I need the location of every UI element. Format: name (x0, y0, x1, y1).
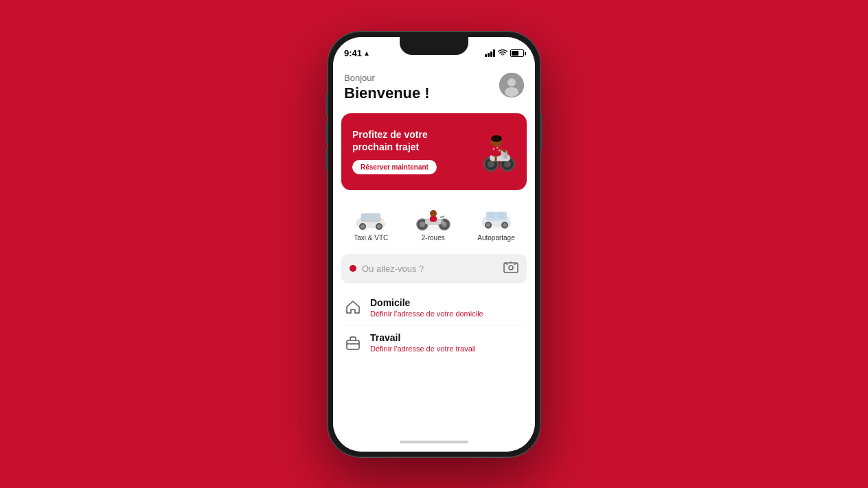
promo-illustration (461, 124, 516, 179)
work-icon (344, 334, 362, 351)
phone-device: 9:41 ▲ (328, 32, 540, 457)
svg-point-17 (493, 148, 495, 150)
carshare-icon-box (479, 204, 514, 231)
service-moto[interactable]: 2-roues (415, 204, 451, 242)
battery-icon (510, 49, 524, 57)
svg-point-2 (505, 87, 518, 97)
location-home[interactable]: Domicile Définir l'adresse de votre domi… (333, 290, 535, 325)
promo-text-block: Profitez de votre prochain trajet Réserv… (352, 128, 461, 174)
svg-rect-44 (497, 213, 505, 218)
app-content: Bonjour Bienvenue ! Profitez de v (333, 65, 535, 432)
phone-screen: 9:41 ▲ (333, 37, 535, 452)
status-bar: 9:41 ▲ (333, 37, 535, 65)
svg-point-1 (507, 78, 516, 86)
avatar[interactable] (499, 73, 524, 97)
home-name: Domicile (370, 297, 483, 308)
location-arrow-icon: ▲ (363, 49, 370, 57)
reserve-button[interactable]: Réserver maintenant (352, 160, 437, 174)
svg-point-26 (361, 224, 365, 229)
home-icon (344, 299, 362, 316)
search-section: Où allez-vous ? (333, 250, 535, 288)
search-bar[interactable]: Où allez-vous ? (341, 254, 527, 283)
home-sub: Définir l'adresse de votre domicile (370, 310, 483, 318)
promo-card: Profitez de votre prochain trajet Réserv… (341, 113, 527, 190)
header-text: Bonjour Bienvenue ! (344, 73, 430, 102)
svg-point-32 (420, 222, 425, 227)
promo-title: Profitez de votre prochain trajet (352, 128, 461, 153)
svg-point-18 (496, 146, 499, 148)
greeting-text: Bonjour (344, 73, 430, 83)
notch (400, 37, 468, 55)
svg-point-5 (488, 161, 494, 167)
background: 9:41 ▲ (0, 0, 868, 488)
search-placeholder: Où allez-vous ? (362, 264, 498, 274)
wifi-icon (498, 49, 507, 58)
svg-rect-29 (383, 220, 386, 222)
svg-rect-23 (363, 214, 369, 220)
svg-point-51 (509, 266, 513, 270)
location-work[interactable]: Travail Définir l'adresse de votre trava… (333, 325, 535, 360)
service-taxi-label: Taxi & VTC (354, 234, 388, 242)
location-items: Domicile Définir l'adresse de votre domi… (333, 288, 535, 362)
svg-rect-53 (347, 340, 359, 349)
svg-point-48 (503, 223, 507, 227)
svg-point-46 (486, 223, 490, 227)
home-info: Domicile Définir l'adresse de votre domi… (370, 297, 483, 318)
service-moto-label: 2-roues (422, 234, 445, 242)
map-icon (503, 261, 518, 277)
work-info: Travail Définir l'adresse de votre trava… (370, 332, 476, 353)
svg-point-28 (377, 224, 381, 229)
status-icons (485, 49, 524, 58)
signal-icon (485, 49, 495, 57)
moto-icon-box (415, 204, 451, 231)
svg-point-36 (430, 210, 437, 217)
svg-rect-37 (430, 216, 437, 222)
svg-line-38 (440, 216, 444, 218)
status-time: 9:41 ▲ (344, 48, 370, 58)
search-dot-icon (350, 265, 356, 272)
svg-rect-50 (504, 263, 518, 272)
home-bar (400, 441, 468, 443)
svg-rect-43 (488, 213, 495, 218)
work-sub: Définir l'adresse de votre travail (370, 345, 476, 353)
service-autopartage[interactable]: Autopartage (477, 204, 515, 242)
svg-rect-49 (509, 219, 511, 221)
home-indicator (333, 432, 535, 452)
welcome-text: Bienvenue ! (344, 84, 430, 102)
taxi-icon-box (353, 204, 389, 231)
svg-rect-24 (372, 214, 378, 220)
svg-point-7 (504, 161, 511, 167)
app-header: Bonjour Bienvenue ! (333, 65, 535, 108)
svg-point-12 (491, 135, 502, 142)
svg-point-19 (499, 149, 501, 151)
services-row: Taxi & VTC (333, 196, 535, 250)
service-carshare-label: Autopartage (477, 234, 515, 242)
work-name: Travail (370, 332, 476, 343)
service-taxi[interactable]: Taxi & VTC (353, 204, 389, 242)
